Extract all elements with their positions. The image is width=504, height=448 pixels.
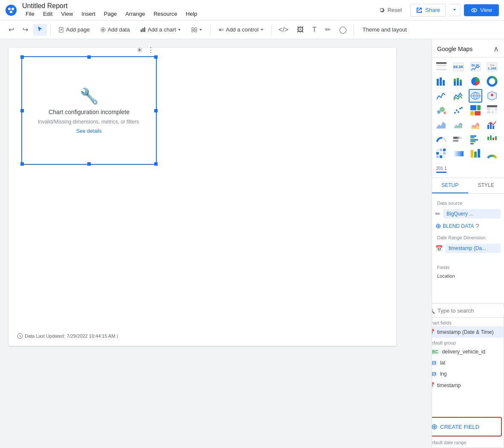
svg-rect-9 xyxy=(142,28,144,32)
chart-type-treemap[interactable] xyxy=(469,103,482,117)
chart-type-scorecard-spark[interactable]: 69.3K xyxy=(469,60,482,74)
blend-data-label[interactable]: BLEND DATA xyxy=(443,223,474,229)
handle-top-mid[interactable] xyxy=(87,55,91,59)
svg-point-52 xyxy=(459,108,461,109)
chart-type-area2[interactable] xyxy=(469,118,482,132)
field-timestamp[interactable]: 📅 timestamp xyxy=(432,379,504,391)
add-control-button[interactable]: Add a control xyxy=(214,25,268,34)
field-delivery-vehicle-id[interactable]: ABC delivery_vehicle_id xyxy=(432,346,504,357)
view-button[interactable]: View xyxy=(464,4,499,16)
add-data-button[interactable]: Add data xyxy=(96,25,134,34)
chart-type-scorecard[interactable]: 69.3K xyxy=(452,60,465,74)
menu-resource[interactable]: Resource xyxy=(150,10,181,18)
menu-arrange[interactable]: Arrange xyxy=(122,10,148,18)
chart-type-gradient[interactable] xyxy=(452,147,465,161)
chart-type-scatter[interactable] xyxy=(452,103,465,117)
chart-type-scorecard-total[interactable]: Total1,168 xyxy=(485,60,499,74)
create-field-button[interactable]: ⊕ CREATE FIELD xyxy=(432,417,502,437)
handle-bottom-right[interactable] xyxy=(154,162,158,166)
handle-bottom-left[interactable] xyxy=(20,162,24,166)
shape-button[interactable]: ✏ xyxy=(322,24,334,35)
svg-rect-20 xyxy=(436,67,446,68)
tab-setup[interactable]: SETUP xyxy=(432,178,468,193)
reset-button[interactable]: Reset xyxy=(374,4,407,16)
menu-edit[interactable]: Edit xyxy=(40,10,56,18)
tab-style[interactable]: STYLE xyxy=(468,178,504,193)
chart-type-bar-stacked[interactable] xyxy=(452,75,465,88)
chart-type-funnel[interactable]: 201.1 xyxy=(435,161,448,175)
chart-type-pivot[interactable] xyxy=(485,103,499,117)
add-page-button[interactable]: Add page xyxy=(54,25,94,34)
add-chart-button[interactable]: Add a chart xyxy=(136,25,186,34)
undo-button[interactable]: ↩ xyxy=(5,24,17,35)
handle-mid-left[interactable] xyxy=(20,109,24,112)
chart-pin-button[interactable]: ✳ xyxy=(135,45,144,55)
svg-rect-93 xyxy=(474,152,477,158)
chart-type-area-stacked[interactable] xyxy=(452,118,465,132)
svg-rect-88 xyxy=(436,155,439,158)
layout-button[interactable] xyxy=(187,25,207,34)
chart-widget[interactable]: ✳ ⋮ 🔧 Chart configuration incomplete xyxy=(21,56,157,165)
svg-rect-73 xyxy=(470,135,476,137)
svg-rect-62 xyxy=(487,111,490,113)
handle-mid-right[interactable] xyxy=(154,109,158,112)
add-data-label: Add data xyxy=(108,26,130,33)
svg-rect-81 xyxy=(495,136,497,140)
chart-type-gauge[interactable] xyxy=(435,132,448,146)
chart-type-area[interactable] xyxy=(435,118,448,132)
data-source-name[interactable]: BigQuery ... xyxy=(443,209,501,218)
menu-help[interactable]: Help xyxy=(182,10,201,18)
share-button[interactable]: Share xyxy=(410,4,446,17)
code-button[interactable]: </> xyxy=(275,24,292,35)
menu-view[interactable]: View xyxy=(58,10,76,18)
redo-button[interactable]: ↪ xyxy=(19,24,32,35)
select-tool[interactable] xyxy=(33,24,47,36)
field-lat[interactable]: 123 lat xyxy=(432,357,504,368)
chart-type-combo[interactable] xyxy=(485,118,499,132)
panel-collapse-button[interactable]: ∧ xyxy=(493,44,499,54)
create-field-plus-icon: ⊕ xyxy=(432,422,438,431)
handle-top-right[interactable] xyxy=(154,55,158,59)
shape2-button[interactable]: ◯ xyxy=(336,24,350,35)
chart-type-bubble[interactable] xyxy=(435,103,448,117)
svg-rect-85 xyxy=(436,152,439,155)
chart-type-bullet[interactable] xyxy=(452,132,465,146)
chart-type-heatmap[interactable] xyxy=(435,147,448,161)
svg-rect-33 xyxy=(454,81,456,86)
date-range-value[interactable]: timestamp (Da... xyxy=(445,244,501,253)
chart-type-donut[interactable] xyxy=(485,75,499,88)
title-area: Untitled Report File Edit View Insert Pa… xyxy=(22,2,201,18)
chart-type-bar[interactable] xyxy=(435,75,448,88)
blend-help-icon[interactable]: ? xyxy=(476,223,479,230)
field-lng[interactable]: 123 lng xyxy=(432,368,504,379)
add-control-label: Add a control xyxy=(226,26,259,33)
chart-more-button[interactable]: ⋮ xyxy=(146,45,156,55)
menu-page[interactable]: Page xyxy=(101,10,120,18)
theme-layout-button[interactable]: Theme and layout xyxy=(357,25,412,34)
handle-bottom-mid[interactable] xyxy=(87,162,91,166)
svg-point-16 xyxy=(220,29,221,30)
share-dropdown-button[interactable] xyxy=(449,4,461,16)
report-title[interactable]: Untitled Report xyxy=(22,2,201,10)
chart-type-arc[interactable] xyxy=(485,147,499,161)
create-field-label: CREATE FIELD xyxy=(440,424,479,430)
menu-insert[interactable]: Insert xyxy=(78,10,99,18)
chart-type-line2[interactable] xyxy=(452,89,465,103)
svg-point-48 xyxy=(444,112,446,114)
chart-type-bar2[interactable] xyxy=(469,147,482,161)
chart-type-waterfall[interactable] xyxy=(485,132,499,146)
chart-type-pie[interactable] xyxy=(469,75,482,88)
chart-type-geo[interactable] xyxy=(485,89,499,103)
handle-top-left[interactable] xyxy=(20,55,24,59)
field-search-input[interactable] xyxy=(438,307,504,314)
field-timestamp-datetime[interactable]: 📅 timestamp (Date & Time) xyxy=(432,326,504,338)
svg-text:1,168: 1,168 xyxy=(488,66,497,70)
image-button[interactable]: 🖼 xyxy=(294,24,307,35)
chart-type-line[interactable] xyxy=(435,89,448,103)
svg-point-49 xyxy=(454,112,456,114)
text-button[interactable]: T xyxy=(309,24,320,35)
chart-type-hbar-grouped[interactable] xyxy=(469,132,482,146)
menu-file[interactable]: File xyxy=(22,10,38,18)
chart-type-table[interactable] xyxy=(435,60,448,74)
chart-type-map[interactable] xyxy=(469,89,482,103)
